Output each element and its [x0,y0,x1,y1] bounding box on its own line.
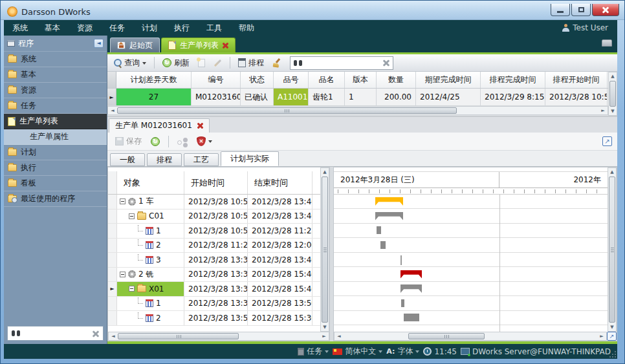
subtab-1[interactable]: 排程 [147,153,182,166]
query-button[interactable]: 查询 [111,56,149,70]
object-cell[interactable]: 2 铣 [117,268,184,282]
close-tab-icon[interactable] [223,43,228,48]
tree-row-6[interactable]: ►X012012/3/28 13:302012/3/28 15:40 [108,282,320,297]
sidebar-item-8[interactable]: 看板 [4,176,107,191]
clear-search-icon[interactable] [383,59,389,66]
menu-item-7[interactable]: 帮助 [230,20,263,36]
sidebar-item-1[interactable]: 基本 [4,67,107,83]
gantt-bar-8[interactable] [404,314,419,321]
status-language[interactable]: 简体中文 [333,346,382,357]
gantt-bar-3[interactable] [380,241,386,249]
minimize-button[interactable] [551,4,570,16]
refresh-button[interactable]: ↻ 刷新 [160,56,192,70]
gantt-bar-0[interactable] [375,197,403,206]
menu-item-1[interactable]: 基本 [36,20,69,36]
scroll-thumb[interactable] [322,177,328,323]
gantt-bar-6[interactable] [400,284,422,293]
object-cell[interactable]: 1 车 [117,195,184,209]
maximize-button[interactable] [571,4,591,16]
scroll-thumb[interactable] [609,81,616,107]
object-cell[interactable]: 2 [117,239,184,253]
gantt-chart[interactable] [334,195,608,332]
object-cell[interactable]: 3 [117,253,184,267]
close-icon[interactable] [197,123,203,129]
status-font[interactable]: A: 字体 [386,346,419,357]
validate-button[interactable]: × [194,135,215,147]
close-button[interactable] [592,4,619,16]
scroll-thumb[interactable] [408,333,485,339]
scroll-right-icon[interactable]: ► [598,107,608,114]
status-task[interactable]: 任务 [298,346,329,357]
scroll-left-icon[interactable]: ◄ [108,107,117,114]
menu-item-5[interactable]: 执行 [166,20,198,36]
subtab-3[interactable]: 计划与实际 [221,151,279,166]
scroll-up-icon[interactable]: ▲ [608,168,617,176]
subtab-2[interactable]: 工艺 [184,153,219,166]
tree-hscrollbar[interactable]: ◄ ► [108,332,329,341]
menu-item-6[interactable]: 工具 [198,20,230,36]
sidebar-item-6[interactable]: 计划 [4,145,107,160]
tree-row-5[interactable]: 2 铣2012/3/28 13:302012/3/28 15:40 [108,268,320,283]
subtab-0[interactable]: 一般 [110,153,145,166]
scroll-thumb[interactable] [118,333,239,339]
dock-panel-icon[interactable] [602,39,612,47]
object-cell[interactable]: 2 [117,311,184,325]
gantt-hscrollbar[interactable]: ◄ ► [334,332,607,341]
tree-row-8[interactable]: 22012/3/28 13:502012/3/28 15:30 [108,311,320,326]
tree-vscrollbar[interactable]: ▲ ▼ [320,167,329,332]
menu-item-3[interactable]: 任务 [101,20,133,36]
edit-button[interactable] [211,61,225,65]
collapse-expander[interactable] [120,198,126,204]
new-button[interactable] [195,58,208,69]
gantt-bar-1[interactable] [375,212,403,220]
object-cell[interactable]: 1 [117,224,184,238]
collapse-expander[interactable] [129,213,135,219]
collapse-expander[interactable] [129,286,135,292]
flow-button[interactable] [175,136,190,147]
open-external-icon[interactable]: ↗ [602,136,612,146]
menu-item-2[interactable]: 资源 [69,20,101,36]
sidebar-item-2[interactable]: 资源 [4,83,107,98]
tree-row-2[interactable]: 12012/3/28 10:522012/3/28 11:22 [108,224,320,239]
sidebar-collapse-button[interactable]: ◄ [94,39,104,48]
scroll-down-icon[interactable]: ▼ [320,323,329,331]
tab-0[interactable]: 起始页 [110,37,160,52]
orders-grid-hscrollbar[interactable]: ◄ ► [107,106,608,115]
tab-1[interactable]: 生产单列表 [161,37,236,52]
scroll-up-icon[interactable]: ▲ [608,72,617,80]
scroll-right-icon[interactable]: ► [320,332,329,340]
gantt-zoom-icon[interactable]: ↗ [607,332,617,341]
scroll-down-icon[interactable]: ▼ [608,107,617,115]
doc-tab[interactable]: 生产单 M012031601 [109,118,210,133]
resize-grip[interactable] [615,356,616,358]
scroll-left-icon[interactable]: ◄ [109,332,118,340]
gantt-bar-4[interactable] [400,255,402,265]
clean-button[interactable] [270,57,284,69]
user-indicator[interactable]: Test User [562,23,617,32]
tree-row-4[interactable]: 32012/3/28 13:302012/3/28 13:40 [108,253,320,268]
sidebar-item-9[interactable]: 最近使用的程序 [4,191,107,207]
tree-row-0[interactable]: 1 车2012/3/28 10:522012/3/28 13:40 [108,195,320,209]
scroll-up-icon[interactable]: ▲ [320,168,329,176]
gantt-bar-2[interactable] [377,226,381,234]
gantt-bar-7[interactable] [401,299,404,307]
sidebar-item-3[interactable]: 任务 [4,98,107,114]
object-cell[interactable]: X01 [117,282,184,296]
scroll-thumb[interactable] [609,177,615,323]
tree-row-7[interactable]: 12012/3/28 13:302012/3/28 13:50 [108,297,320,312]
scroll-thumb[interactable] [117,107,457,114]
collapse-expander[interactable] [120,272,126,277]
save-button[interactable]: 保存 [113,134,144,148]
orders-grid-vscrollbar[interactable]: ▲ ▼ [608,72,617,116]
orders-grid-row[interactable]: ►27M012031601已确认A11001齿轮11200.002012/4/2… [107,89,608,106]
tree-row-3[interactable]: 22012/3/28 11:222012/3/28 12:00 [108,239,320,253]
object-cell[interactable]: C01 [117,209,184,224]
scroll-right-icon[interactable]: ► [597,332,606,340]
sidebar-item-0[interactable]: 系统 [4,52,107,67]
menu-item-0[interactable]: 系统 [4,20,36,36]
object-cell[interactable]: 1 [117,297,184,311]
scroll-left-icon[interactable]: ◄ [334,332,344,340]
gantt-bar-5[interactable] [400,270,422,279]
grid-search-input[interactable] [290,56,393,70]
sidebar-item-5[interactable]: 生产单属性 [4,129,107,145]
